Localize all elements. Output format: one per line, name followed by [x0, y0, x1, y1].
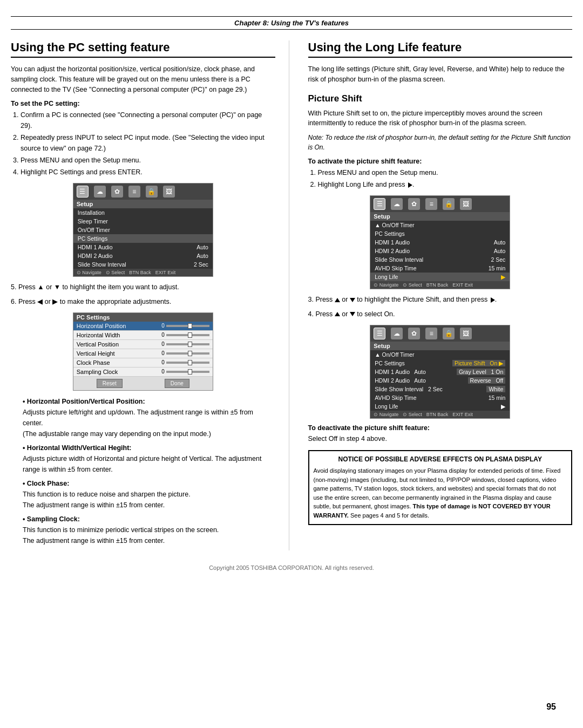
activate-step-2: Highlight Long Life and press .	[318, 179, 573, 190]
menu-icon-4: ≡	[128, 186, 140, 198]
activate-steps: Press MENU and open the Setup menu. High…	[318, 167, 573, 190]
menu-item-hdmi1: HDMI 1 AudioAuto	[73, 243, 213, 251]
triangle-down-icon-2	[350, 312, 355, 316]
step-4: Highlight PC Settings and press ENTER.	[21, 167, 275, 178]
menu-nav-4: ⊙ Navigate⊙ SelectBTN BackEXIT Exit	[370, 411, 510, 418]
bullet-clock: Clock Phase: This function is to reduce …	[21, 478, 275, 511]
bullet-sampling-note: The adjustment range is within ±15 from …	[23, 537, 165, 545]
notice-text: Avoid displaying stationary images on yo…	[314, 466, 567, 520]
step-3: Press MENU and open the Setup menu.	[21, 155, 275, 166]
triangle-up-icon-1	[335, 298, 340, 302]
menu-item-hdmi2: HDMI 2 AudioAuto	[73, 251, 213, 260]
step-4-right: 4. Press or to select On.	[308, 309, 573, 319]
menu-icon-s4-4: ≡	[425, 328, 437, 339]
menu-items-4: ▲ On/Off Timer PC Settings Picture Shift…	[370, 350, 510, 411]
m3-pc: PC Settings	[370, 229, 510, 238]
bullet-sampling-text: This function is to minimize periodic ve…	[23, 526, 219, 534]
m3-hdmi1: HDMI 1 AudioAuto	[370, 238, 510, 247]
pc-row-hpos: Horizontal Position 0	[73, 322, 213, 331]
menu-item-installation: Installation	[73, 208, 213, 217]
step-5: 5. Press ▲ or ▼ to highlight the item yo…	[11, 282, 275, 292]
picture-shift-note: Note: To reduce the risk of phosphor bur…	[308, 133, 573, 152]
menu-icon-s4-1: ☰	[374, 328, 385, 339]
menu-icon-6: 🖼	[163, 186, 175, 198]
menu-title-3: Setup	[370, 212, 510, 221]
menu-items-3: ▲ On/Off Timer PC Settings HDMI 1 AudioA…	[370, 221, 510, 281]
activate-step-1: Press MENU and open the Setup menu.	[318, 167, 573, 178]
menu-icon-s4-3: ✿	[408, 328, 420, 339]
menu-screenshot-4: ☰ ☁ ✿ ≡ 🔒 🖼 Setup ▲ On/Off Timer PC Sett…	[370, 325, 510, 419]
menu-icon-bar-4: ☰ ☁ ✿ ≡ 🔒 🖼	[370, 325, 510, 342]
bullet-hpos-text: Adjusts picture left/right and up/down. …	[23, 409, 253, 427]
menu-items-1: Installation Sleep Timer On/Off Timer PC…	[73, 208, 213, 269]
menu-screenshot-1: ☰ ☁ ✿ ≡ 🔒 🖼 Setup Installation Sleep Tim…	[73, 183, 213, 277]
menu-icon-s3-1: ☰	[374, 198, 385, 210]
left-intro: You can adjust the horizontal position/s…	[11, 64, 275, 94]
pc-row-clock: Clock Phase 0	[73, 358, 213, 368]
m4-slide: Slide Show Interval 2 Sec White	[370, 385, 510, 393]
pc-settings-title: PC Settings	[73, 313, 213, 322]
bullet-clock-text: This function is to reduce noise and sha…	[23, 491, 191, 498]
step-2: Repeatedly press INPUT to select PC inpu…	[21, 132, 275, 154]
menu-icon-5: 🔒	[146, 186, 158, 198]
activate-title: To activate the picture shift feature:	[308, 158, 573, 165]
menu-item-onoff: On/Off Timer	[73, 226, 213, 234]
bullet-hpos: Horizontal Position/Vertical Position: A…	[21, 396, 275, 439]
left-section-title: Using the PC setting feature	[11, 40, 275, 58]
chapter-header: Chapter 8: Using the TV's features	[11, 16, 572, 30]
reset-button: Reset	[97, 379, 123, 388]
step-3-right: 3. Press or to highlight the Picture Shi…	[308, 295, 573, 305]
page-number: 95	[546, 702, 556, 712]
pc-row-vpos: Vertical Position 0	[73, 340, 213, 349]
m3-onoff: ▲ On/Off Timer	[370, 221, 510, 229]
pc-row-sampling: Sampling Clock 0	[73, 368, 213, 377]
deactivate-text: Select Off in step 4 above.	[308, 434, 573, 444]
step-6: 6. Press ◀ or ▶ to make the appropriate …	[11, 297, 275, 307]
menu-title: Setup	[73, 200, 213, 208]
pc-buttons: Reset Done	[73, 377, 213, 390]
m4-hdmi2: HDMI 2 Audio Auto Reverse Off	[370, 376, 510, 385]
menu-nav-3: ⊙ Navigate⊙ SelectBTN BackEXIT Exit	[370, 281, 510, 289]
subsection-title: To set the PC setting:	[11, 100, 275, 107]
menu-screenshot-3: ☰ ☁ ✿ ≡ 🔒 🖼 Setup ▲ On/Off Timer PC Sett…	[370, 195, 510, 289]
m4-onoff: ▲ On/Off Timer	[370, 350, 510, 359]
right-section-title: Using the Long Life feature	[308, 40, 573, 58]
notice-title: NOTICE OF POSSIBLE ADVERSE EFFECTS ON PL…	[314, 455, 567, 463]
picture-shift-title: Picture Shift	[308, 93, 573, 104]
deactivate-title: To deactivate the picture shift feature:	[308, 424, 573, 432]
m4-avhd: AVHD Skip Time15 min	[370, 393, 510, 402]
m4-pc: PC Settings Picture Shift On ▶	[370, 359, 510, 368]
pc-settings-screenshot: PC Settings Horizontal Position 0 Horizo…	[73, 312, 213, 391]
menu-item-pc-settings: PC Settings	[73, 234, 213, 243]
menu-icon-2: ☁	[94, 186, 106, 198]
bullet-clock-note: The adjustment range is within ±15 from …	[23, 501, 165, 509]
notice-box: NOTICE OF POSSIBLE ADVERSE EFFECTS ON PL…	[308, 450, 573, 525]
pc-row-hwidth: Horizontal Width 0	[73, 331, 213, 340]
menu-icon-s3-4: ≡	[425, 198, 437, 210]
menu-icon-s4-6: 🖼	[460, 328, 472, 339]
m4-longlife: Long Life▶	[370, 402, 510, 411]
setup-steps: Confirm a PC is connected (see "Connecti…	[21, 110, 275, 178]
menu-nav-1: ⊙ Navigate⊙ SelectBTN BackEXIT Exit	[73, 269, 213, 276]
menu-title-4: Setup	[370, 342, 510, 350]
menu-icon-bar: ☰ ☁ ✿ ≡ 🔒 🖼	[73, 183, 213, 200]
bullet-sampling: Sampling Clock: This function is to mini…	[21, 514, 275, 546]
menu-icon-s3-6: 🖼	[460, 198, 472, 210]
bullet-list: Horizontal Position/Vertical Position: A…	[21, 396, 275, 546]
m4-hdmi1: HDMI 1 Audio Auto Gray Level 1 On	[370, 368, 510, 376]
bullet-hwidth: Horizontal Width/Vertical Hegiht: Adjust…	[21, 443, 275, 475]
page-footer: Copyright 2005 TOSHIBA CORPORATION. All …	[11, 561, 572, 571]
triangle-right-icon-2	[491, 297, 495, 303]
menu-icon-s4-2: ☁	[391, 328, 403, 339]
bullet-hpos-header: Horizontal Position/Vertical Position:	[27, 398, 145, 405]
bullet-clock-header: Clock Phase:	[27, 480, 70, 487]
left-column: Using the PC setting feature You can adj…	[11, 40, 289, 550]
menu-icon-s4-5: 🔒	[443, 328, 455, 339]
triangle-up-icon-2	[335, 312, 340, 316]
m3-longlife: Long Life▶	[370, 273, 510, 281]
menu-item-sleep: Sleep Timer	[73, 217, 213, 226]
step-1: Confirm a PC is connected (see "Connecti…	[21, 110, 275, 131]
bullet-sampling-header: Sampling Clock:	[27, 515, 80, 523]
bullet-hwidth-header: Horizontal Width/Vertical Hegiht:	[27, 444, 132, 452]
right-intro: The long life settings (Picture shift, G…	[308, 64, 573, 85]
